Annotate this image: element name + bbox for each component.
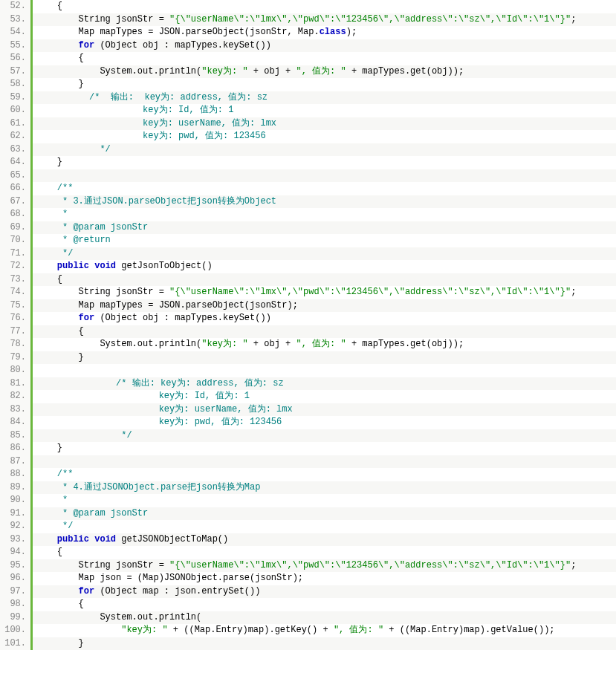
- line-number: 86.: [4, 442, 26, 455]
- line-number: 77.: [4, 325, 26, 339]
- token-plain: (Object obj : mapTypes.keySet()): [94, 313, 271, 323]
- token-plain: System.out.println(: [36, 66, 201, 77]
- code-line: */: [33, 520, 616, 533]
- token-kw: void: [94, 534, 116, 544]
- line-number: 55.: [4, 39, 26, 53]
- code-line: String jsonStr = "{\"userName\":\"lmx\",…: [33, 559, 616, 573]
- token-comment: * @return: [36, 235, 111, 245]
- token-plain: + mapTypes.get(obj));: [346, 339, 464, 349]
- token-kw: public: [57, 534, 89, 544]
- code-line: String jsonStr = "{\"userName\":\"lmx\",…: [33, 13, 616, 27]
- token-plain: {: [36, 1, 62, 11]
- code-line: }: [33, 442, 616, 455]
- line-number: 58.: [4, 78, 26, 91]
- code-line: }: [33, 156, 616, 169]
- token-kw: for: [79, 586, 95, 596]
- line-number: 94.: [4, 546, 26, 559]
- code-line: * @param jsonStr: [33, 507, 616, 521]
- line-number: 70.: [4, 234, 26, 247]
- line-number: 81.: [4, 377, 26, 391]
- token-kw: for: [79, 40, 95, 51]
- token-str: "key为: ": [201, 66, 247, 77]
- token-kw: class: [320, 27, 346, 37]
- code-line: /**: [33, 182, 616, 195]
- token-plain: getJsonToObject(): [116, 261, 213, 271]
- code-line: {: [33, 52, 616, 65]
- code-line: for (Object map : json.entrySet()): [33, 585, 616, 599]
- code-line: }: [33, 637, 616, 651]
- line-number: 61.: [4, 117, 26, 131]
- token-str: ", 值为: ": [334, 625, 383, 635]
- token-plain: [36, 378, 116, 388]
- code-line: [33, 364, 616, 377]
- code-line: "key为: " + ((Map.Entry)map).getKey() + "…: [33, 624, 616, 637]
- code-line: {: [33, 0, 616, 13]
- line-number: 90.: [4, 494, 26, 507]
- code-line: key为: userName, 值为: lmx: [33, 117, 616, 131]
- token-plain: {: [36, 326, 84, 336]
- line-number: 100.: [4, 624, 26, 637]
- token-plain: }: [36, 638, 84, 648]
- code-line: System.out.println(: [33, 611, 616, 625]
- token-plain: }: [36, 157, 62, 167]
- token-plain: ;: [571, 560, 576, 570]
- line-number: 83.: [4, 403, 26, 417]
- token-str: "{\"userName\":\"lmx\",\"pwd\":\"123456\…: [169, 14, 571, 25]
- line-number: 99.: [4, 611, 26, 625]
- token-plain: + mapTypes.get(obj));: [346, 66, 464, 77]
- token-plain: String jsonStr =: [36, 14, 169, 25]
- token-plain: + obj +: [248, 66, 296, 77]
- line-number: 53.: [4, 13, 26, 27]
- code-line: Map json = (Map)JSONObject.parse(jsonStr…: [33, 572, 616, 585]
- token-plain: ;: [571, 287, 576, 297]
- code-line: * @return: [33, 234, 616, 247]
- code-line: Map mapTypes = JSON.parseObject(jsonStr)…: [33, 299, 616, 313]
- token-comment: *: [36, 495, 68, 505]
- line-number: 93.: [4, 533, 26, 547]
- token-comment: */: [36, 430, 132, 440]
- line-number: 97.: [4, 585, 26, 599]
- line-number: 71.: [4, 247, 26, 261]
- token-str: ", 值为: ": [296, 66, 346, 77]
- token-plain: [36, 183, 57, 193]
- line-number: 72.: [4, 260, 26, 273]
- token-plain: [36, 92, 89, 103]
- line-number: 68.: [4, 208, 26, 221]
- token-comment: /* 输出: key为: address, 值为: sz: [116, 378, 284, 388]
- token-comment: * @param jsonStr: [36, 222, 148, 233]
- token-str: "key为: ": [201, 339, 247, 349]
- token-str: "key为: ": [121, 625, 167, 635]
- token-comment: key为: Id, 值为: 1: [36, 391, 250, 401]
- code-content[interactable]: { String jsonStr = "{\"userName\":\"lmx\…: [33, 0, 616, 650]
- token-comment: /**: [57, 469, 74, 479]
- token-comment: /**: [57, 183, 74, 193]
- code-line: /* 输出: key为: address, 值为: sz: [33, 91, 616, 105]
- code-line: */: [33, 429, 616, 443]
- token-plain: [36, 469, 57, 479]
- token-comment: */: [36, 248, 73, 259]
- code-line: for (Object obj : mapTypes.keySet()): [33, 312, 616, 325]
- code-line: /**: [33, 468, 616, 481]
- token-plain: + ((Map.Entry)map).getKey() +: [168, 625, 334, 635]
- token-plain: (Object obj : mapTypes.keySet()): [94, 40, 271, 51]
- code-line: System.out.println("key为: " + obj + ", 值…: [33, 338, 616, 351]
- code-line: {: [33, 546, 616, 559]
- line-number: 73.: [4, 273, 26, 287]
- token-comment: */: [36, 521, 73, 531]
- token-plain: System.out.println(: [36, 612, 201, 622]
- token-plain: [36, 40, 79, 51]
- token-plain: }: [36, 79, 84, 89]
- token-comment: key为: pwd, 值为: 123456: [36, 417, 282, 427]
- code-line: System.out.println("key为: " + obj + ", 值…: [33, 65, 616, 79]
- line-number: 54.: [4, 26, 26, 39]
- code-line: /* 输出: key为: address, 值为: sz: [33, 377, 616, 391]
- line-number: 67.: [4, 195, 26, 209]
- code-line: key为: Id, 值为: 1: [33, 390, 616, 403]
- token-comment: key为: pwd, 值为: 123456: [36, 131, 266, 141]
- line-number: 80.: [4, 364, 26, 377]
- line-number: 84.: [4, 416, 26, 429]
- token-str: "{\"userName\":\"lmx\",\"pwd\":\"123456\…: [169, 287, 571, 297]
- line-number: 101.: [4, 637, 26, 651]
- code-line: *: [33, 208, 616, 221]
- line-number: 89.: [4, 481, 26, 495]
